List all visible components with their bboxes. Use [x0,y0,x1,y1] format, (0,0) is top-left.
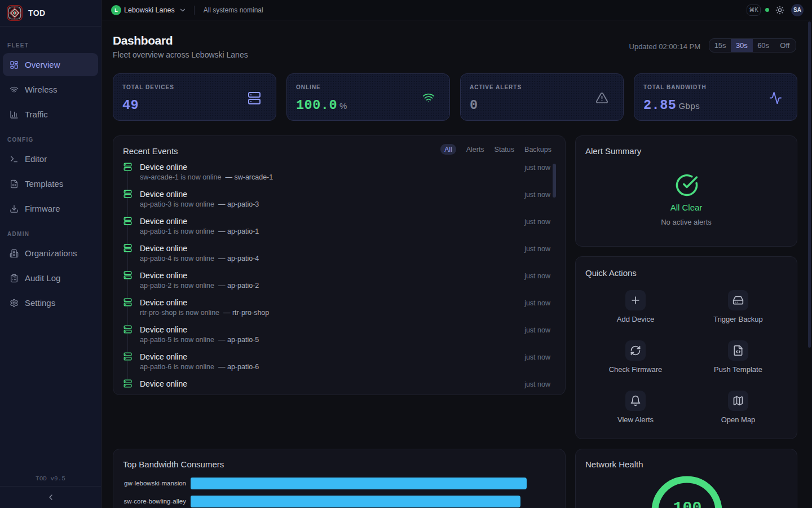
svg-text:100: 100 [673,499,701,508]
